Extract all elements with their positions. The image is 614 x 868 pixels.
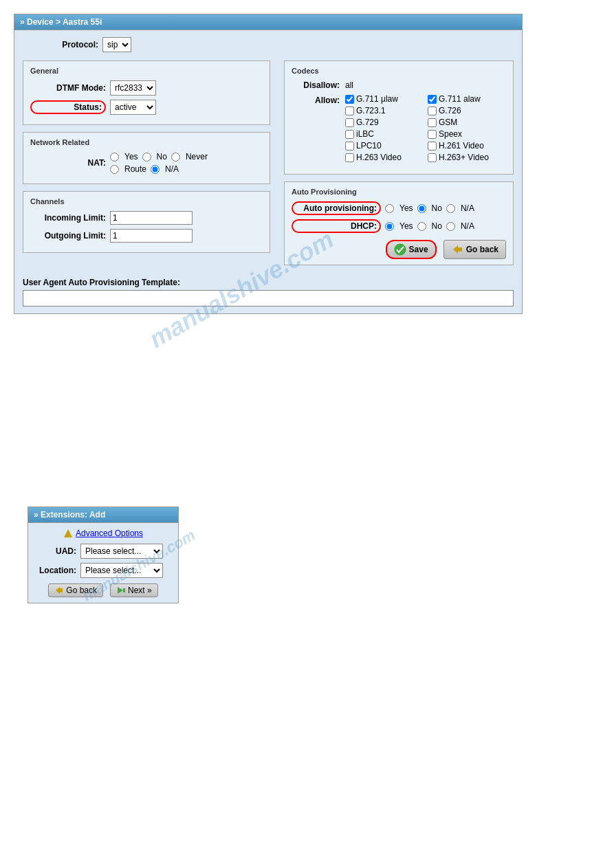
codec-g7231-check[interactable] <box>345 107 354 115</box>
svg-point-0 <box>395 244 406 255</box>
auto-prov-title: Auto Provisioning <box>292 188 506 196</box>
auto-prov-section: Auto Provisioning Auto provisioning: Yes… <box>284 181 514 265</box>
codec-gsm: GSM <box>428 118 496 127</box>
codec-g711ulaw: G.711 µlaw <box>345 94 414 104</box>
codec-h261-check[interactable] <box>428 142 437 151</box>
template-input[interactable] <box>23 290 514 307</box>
dhcp-label: DHCP: <box>292 219 381 233</box>
codec-h263-label: H.263 Video <box>356 153 402 162</box>
general-section: General DTMF Mode: rfc2833 info inband a… <box>23 60 270 125</box>
outgoing-label: Outgoing Limit: <box>30 231 106 241</box>
goback-label: Go back <box>466 245 498 254</box>
codecs-section: Codecs Disallow: all Allow: <box>284 60 514 175</box>
svg-marker-4 <box>56 587 60 594</box>
codec-h263plus-check[interactable] <box>428 153 437 162</box>
codec-lpc10-label: LPC10 <box>356 141 382 151</box>
protocol-label: Protocol: <box>23 40 98 49</box>
codec-h263: H.263 Video <box>345 153 414 162</box>
dhcp-na-radio[interactable] <box>446 222 455 231</box>
svg-rect-5 <box>60 588 63 592</box>
codec-ilbc-check[interactable] <box>345 130 354 139</box>
dtmf-label: DTMF Mode: <box>30 83 106 93</box>
codec-g7231-label: G.723.1 <box>356 106 386 115</box>
codec-h261: H.261 Video <box>428 141 496 151</box>
disallow-value: all <box>345 80 353 90</box>
codec-g711alaw: G.711 alaw <box>428 94 496 104</box>
nat-na-radio[interactable] <box>151 165 160 174</box>
svg-rect-7 <box>123 588 125 592</box>
advanced-options-label: Advanced Options <box>76 528 143 538</box>
codec-g711alaw-check[interactable] <box>428 95 437 104</box>
advanced-options-icon <box>63 528 73 538</box>
template-label: User Agent Auto Provisioning Template: <box>23 278 514 287</box>
ext-panel: » Extensions: Add Advanced Options UAD: … <box>28 507 179 603</box>
location-label: Location: <box>35 566 76 575</box>
incoming-label: Incoming Limit: <box>30 213 106 223</box>
codec-gsm-label: GSM <box>439 118 457 127</box>
uad-select[interactable]: Please select... <box>80 544 163 559</box>
codec-lpc10-check[interactable] <box>345 142 354 151</box>
codec-gsm-check[interactable] <box>428 118 437 127</box>
incoming-input[interactable] <box>110 211 193 225</box>
allow-label: Allow: <box>292 94 340 105</box>
status-select[interactable]: active inactive <box>110 100 156 115</box>
network-section: Network Related NAT: Yes No Ne <box>23 132 270 184</box>
dhcp-yes-label: Yes <box>399 221 413 231</box>
dhcp-yes-radio[interactable] <box>385 222 394 231</box>
nat-no-label: No <box>157 152 167 162</box>
nat-na-label: N/A <box>165 164 179 174</box>
codec-g726: G.726 <box>428 106 496 115</box>
autoprov-na-radio[interactable] <box>446 204 455 213</box>
codec-speex-check[interactable] <box>428 130 437 139</box>
nat-never-radio[interactable] <box>171 153 180 162</box>
svg-rect-2 <box>458 247 462 252</box>
codec-g711ulaw-check[interactable] <box>345 95 354 104</box>
ext-next-label: Next » <box>128 586 152 595</box>
codec-h263plus: H.263+ Video <box>428 153 496 162</box>
codec-g711ulaw-label: G.711 µlaw <box>356 94 398 104</box>
nat-never-label: Never <box>186 152 208 162</box>
codec-ilbc-label: iLBC <box>356 129 374 139</box>
save-icon <box>394 243 406 256</box>
advanced-options-link[interactable]: Advanced Options <box>35 528 171 538</box>
codec-g729-label: G.729 <box>356 118 379 127</box>
network-title: Network Related <box>30 138 263 146</box>
outgoing-input[interactable] <box>110 229 193 243</box>
channels-section: Channels Incoming Limit: Outgoing Limit: <box>23 191 270 253</box>
codec-speex: Speex <box>428 129 496 139</box>
autoprov-yes-label: Yes <box>399 203 413 213</box>
autoprov-no-label: No <box>432 203 442 213</box>
codec-g729: G.729 <box>345 118 414 127</box>
nat-no-radio[interactable] <box>142 153 151 162</box>
dtmf-select[interactable]: rfc2833 info inband auto <box>110 80 156 96</box>
uad-label: UAD: <box>35 546 76 556</box>
nat-yes-radio[interactable] <box>110 153 119 162</box>
panel-title: » Device > Aastra 55i <box>14 14 522 30</box>
save-button[interactable]: Save <box>386 240 437 259</box>
goback-button[interactable]: Go back <box>443 240 506 259</box>
location-select[interactable]: Please select... <box>80 563 163 578</box>
codec-g729-check[interactable] <box>345 118 354 127</box>
autoprov-no-radio[interactable] <box>417 204 426 213</box>
nat-route-radio[interactable] <box>110 165 119 174</box>
ext-goback-icon <box>54 586 64 595</box>
codec-lpc10: LPC10 <box>345 141 414 151</box>
protocol-select[interactable]: sip iax <box>102 37 131 52</box>
nat-route-label: Route <box>124 164 146 174</box>
dhcp-no-radio[interactable] <box>417 222 426 231</box>
main-panel: » Device > Aastra 55i Protocol: sip iax … <box>14 14 523 314</box>
status-label: Status: <box>30 100 106 114</box>
codec-g726-check[interactable] <box>428 107 437 115</box>
autoprov-yes-radio[interactable] <box>385 204 394 213</box>
dhcp-na-label: N/A <box>461 221 474 231</box>
goback-icon <box>451 243 463 256</box>
codec-h263-check[interactable] <box>345 153 354 162</box>
svg-marker-6 <box>118 587 123 594</box>
nat-label: NAT: <box>30 158 106 168</box>
svg-marker-1 <box>453 245 458 254</box>
auto-prov-label: Auto provisioning: <box>292 201 381 215</box>
dhcp-no-label: No <box>432 221 442 231</box>
ext-next-button[interactable]: Next » <box>110 583 158 597</box>
ext-goback-button[interactable]: Go back <box>48 583 103 597</box>
disallow-label: Disallow: <box>292 80 340 90</box>
